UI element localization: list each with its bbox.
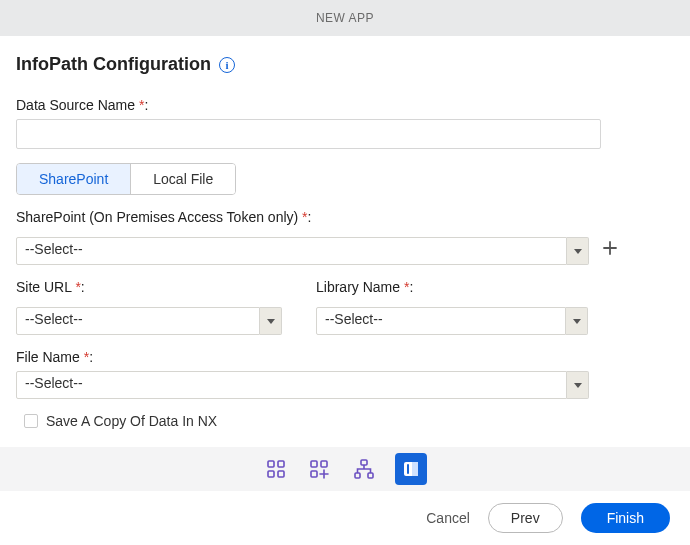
finish-button[interactable]: Finish xyxy=(581,503,670,533)
sharepoint-label: SharePoint (On Premises Access Token onl… xyxy=(16,209,674,225)
window-header: NEW APP xyxy=(0,0,690,36)
footer: Cancel Prev Finish xyxy=(0,447,690,545)
save-copy-label: Save A Copy Of Data In NX xyxy=(46,413,217,429)
tab-sharepoint[interactable]: SharePoint xyxy=(17,164,130,194)
sharepoint-select[interactable]: --Select-- xyxy=(16,237,567,265)
library-name-field: Library Name *: --Select-- xyxy=(316,279,588,335)
library-name-select-toggle[interactable] xyxy=(566,307,588,335)
tab-local-file[interactable]: Local File xyxy=(130,164,235,194)
save-copy-row: Save A Copy Of Data In NX xyxy=(24,413,674,429)
source-type-tabs: SharePoint Local File xyxy=(16,163,236,195)
data-source-name-label: Data Source Name *: xyxy=(16,97,674,113)
add-sharepoint-button[interactable] xyxy=(599,237,621,259)
wizard-steps xyxy=(0,447,690,491)
file-name-select[interactable]: --Select-- xyxy=(16,371,567,399)
chevron-down-icon xyxy=(267,319,275,324)
svg-rect-9 xyxy=(368,473,373,478)
step-infopath-icon[interactable] xyxy=(395,453,427,485)
library-name-label: Library Name *: xyxy=(316,279,588,295)
svg-rect-6 xyxy=(311,471,317,477)
step-apps-icon[interactable] xyxy=(263,456,289,482)
file-name-select-toggle[interactable] xyxy=(567,371,589,399)
svg-rect-11 xyxy=(412,462,418,476)
site-url-select-toggle[interactable] xyxy=(260,307,282,335)
step-sitemap-icon[interactable] xyxy=(351,456,377,482)
main-content: InfoPath Configuration i Data Source Nam… xyxy=(0,36,690,429)
file-name-label: File Name *: xyxy=(16,349,674,365)
info-icon[interactable]: i xyxy=(219,57,235,73)
file-name-field: File Name *: --Select-- xyxy=(16,349,674,399)
svg-rect-7 xyxy=(361,460,367,465)
data-source-name-input[interactable] xyxy=(16,119,601,149)
cancel-button[interactable]: Cancel xyxy=(426,510,470,526)
chevron-down-icon xyxy=(574,383,582,388)
site-url-label: Site URL *: xyxy=(16,279,282,295)
chevron-down-icon xyxy=(574,249,582,254)
page-title-text: InfoPath Configuration xyxy=(16,54,211,75)
svg-rect-4 xyxy=(311,461,317,467)
step-add-app-icon[interactable] xyxy=(307,456,333,482)
library-name-select[interactable]: --Select-- xyxy=(316,307,566,335)
svg-rect-3 xyxy=(278,471,284,477)
svg-rect-5 xyxy=(321,461,327,467)
svg-rect-1 xyxy=(278,461,284,467)
svg-rect-0 xyxy=(268,461,274,467)
svg-rect-8 xyxy=(355,473,360,478)
chevron-down-icon xyxy=(573,319,581,324)
save-copy-checkbox[interactable] xyxy=(24,414,38,428)
sharepoint-select-toggle[interactable] xyxy=(567,237,589,265)
page-title: InfoPath Configuration i xyxy=(16,54,674,75)
prev-button[interactable]: Prev xyxy=(488,503,563,533)
window-title: NEW APP xyxy=(316,11,374,25)
footer-buttons: Cancel Prev Finish xyxy=(0,491,690,545)
site-url-field: Site URL *: --Select-- xyxy=(16,279,282,335)
svg-rect-2 xyxy=(268,471,274,477)
site-url-select[interactable]: --Select-- xyxy=(16,307,260,335)
sharepoint-field: SharePoint (On Premises Access Token onl… xyxy=(16,209,674,265)
